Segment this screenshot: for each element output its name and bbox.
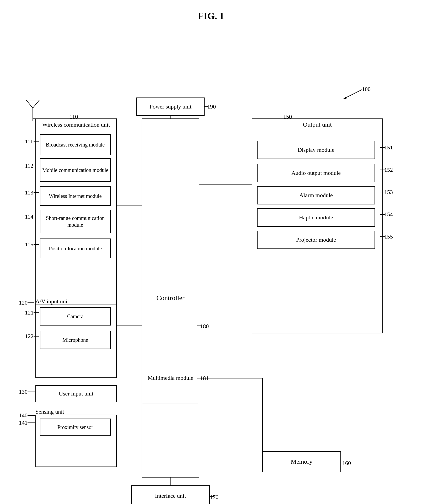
proximity-box: Proximity sensor [40, 419, 111, 436]
wireless-internet-box: Wireless Internet module [40, 186, 111, 206]
ref-154: 154 [384, 211, 393, 218]
ref-151: 151 [384, 144, 393, 151]
projector-box: Projector module [257, 231, 375, 249]
memory-box: Memory [262, 451, 341, 472]
ref-112: 112 [25, 162, 33, 169]
sensing-label: Sensing unit [35, 408, 64, 415]
interface-box: Interface unit [131, 485, 210, 504]
mobile-comm-box: Mobile communication module [40, 158, 111, 182]
position-box: Position-location module [40, 239, 111, 258]
ref-120: 120 [19, 299, 28, 306]
svg-line-4 [344, 90, 362, 99]
short-range-box: Short-range communication module [40, 210, 111, 233]
wireless-comm-label: Wireless communication unit [41, 121, 111, 129]
multimedia-box: Multimedia module [142, 352, 199, 404]
microphone-box: Microphone [40, 331, 111, 349]
user-input-box: User input unit [35, 385, 117, 402]
ref-180: 180 [200, 323, 209, 330]
camera-box: Camera [40, 307, 111, 326]
ref-190: 190 [207, 103, 216, 110]
antenna-icon [25, 97, 41, 121]
haptic-box: Haptic module [257, 208, 375, 227]
ref-141: 141 [19, 419, 28, 426]
ref-113: 113 [25, 189, 33, 196]
output-label: Output unit [252, 121, 383, 128]
ref-155: 155 [384, 233, 393, 240]
svg-marker-5 [344, 97, 347, 99]
ref-140: 140 [19, 412, 28, 419]
ref-122: 122 [25, 333, 34, 340]
svg-line-2 [33, 100, 39, 108]
ref-121: 121 [25, 309, 34, 316]
ref-111: 111 [25, 138, 33, 145]
ref-114: 114 [25, 213, 33, 220]
ref-152: 152 [384, 166, 393, 173]
ref-160: 160 [342, 460, 351, 467]
controller-box: Controller [142, 118, 199, 478]
broadcast-box: Broadcast receiving module [40, 134, 111, 155]
power-supply-box: Power supply unit [136, 97, 205, 116]
av-input-label: A/V input unit [35, 298, 69, 305]
page-title: FIG. 1 [0, 0, 422, 21]
alarm-box: Alarm module [257, 186, 375, 204]
ref-115: 115 [25, 241, 33, 248]
svg-line-1 [26, 100, 33, 108]
ref-130: 130 [19, 388, 28, 395]
ref-100-arrow [341, 88, 365, 101]
audio-output-box: Audio output module [257, 164, 375, 182]
ref-153: 153 [384, 189, 393, 196]
ref-170: 170 [210, 494, 218, 501]
display-box: Display module [257, 141, 375, 159]
